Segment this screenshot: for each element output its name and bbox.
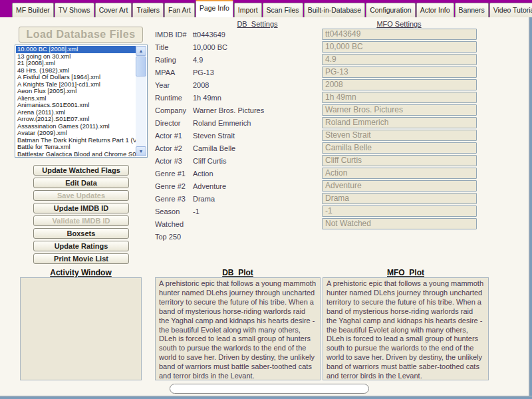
field-label: Rating — [155, 54, 193, 66]
settings-row: Actor #1Steven Strait — [155, 130, 321, 142]
tab-cover-art[interactable]: Cover Art — [95, 3, 132, 17]
list-item[interactable]: Aliens.xml — [16, 95, 136, 102]
mfo-field-genre-3[interactable]: Drama — [322, 193, 477, 204]
list-item[interactable]: 21 [2008].xml — [16, 60, 136, 67]
field-label: Actor #1 — [155, 130, 193, 142]
tab-banners[interactable]: Banners — [455, 3, 489, 17]
field-label: Actor #3 — [155, 155, 193, 168]
db-value: 1h 49mn — [193, 94, 221, 102]
mfo-plot-text[interactable]: A prehistoric epic that follows a young … — [323, 277, 489, 380]
mfo-field-actor-2[interactable]: Camilla Belle — [322, 142, 477, 154]
mfo-field-imdb-id[interactable]: tt0443649 — [322, 29, 477, 40]
mfo-field-season[interactable]: -1 — [322, 205, 477, 217]
list-item[interactable]: Aeon Flux [2005].xml — [16, 88, 136, 95]
field-label: Title — [155, 41, 193, 54]
list-item[interactable]: 48 Hrs. (1982).xml — [16, 67, 136, 74]
settings-row: Year2008 — [155, 79, 321, 92]
tab-trailers[interactable]: Trailers — [132, 3, 164, 17]
settings-row: Top 250 — [155, 231, 321, 243]
field-label: Year — [155, 79, 193, 92]
mfo-field-rating[interactable]: 4.9 — [322, 54, 477, 65]
list-item[interactable]: 13 going on 30.xml — [16, 53, 136, 61]
print-movie-list-button[interactable]: Print Movie List — [33, 253, 129, 264]
settings-row: Rating4.9 — [155, 54, 321, 66]
database-file-list[interactable]: 10.000 BC [2008].xml 13 going on 30.xml … — [15, 45, 148, 158]
mfo-field-mpaa[interactable]: PG-13 — [322, 66, 477, 78]
load-database-files-button[interactable]: Load Database Files — [19, 27, 143, 43]
list-item[interactable]: Battlestar Galactica Blood and Chrome S0… — [16, 151, 136, 157]
db-value: tt0443649 — [193, 31, 225, 39]
tab-import[interactable]: Import — [234, 3, 262, 17]
tab-fan-art[interactable]: Fan Art — [164, 3, 195, 17]
tab-configuration[interactable]: Configuration — [366, 3, 415, 17]
update-watched-flags-button[interactable]: Update Watched Flags — [33, 165, 129, 176]
tab-actor-info[interactable]: Actor Info — [416, 3, 454, 17]
settings-row: CompanyWarner Bros. Pictures — [155, 104, 321, 117]
mfo-field-company[interactable]: Warner Bros. Pictures — [322, 104, 477, 116]
list-item[interactable]: Arrow.(2012).S01E07.xml — [16, 116, 136, 123]
tab-tv-shows[interactable]: TV Shows — [55, 3, 94, 17]
db-plot-header: DB Plot — [155, 268, 321, 277]
file-list-items: 10.000 BC [2008].xml 13 going on 30.xml … — [16, 46, 136, 156]
mfo-field-genre-2[interactable]: Adventure — [322, 180, 477, 192]
tab-bar: MF Builder TV Shows Cover Art Trailers F… — [0, 0, 532, 17]
activity-window-header: Activity Window — [20, 268, 142, 277]
scrollbar-thumb[interactable] — [136, 57, 146, 76]
db-value: 2008 — [193, 81, 209, 89]
field-label: Director — [155, 117, 193, 130]
action-button-column: Update Watched Flags Edit Data Save Upda… — [33, 165, 129, 264]
field-label: Top 250 — [155, 231, 193, 243]
tab-page-info[interactable]: Page Info — [196, 0, 233, 17]
tab-video-tutorials[interactable]: Video Tutorials — [489, 3, 532, 17]
scroll-up-icon[interactable]: ▲ — [136, 46, 146, 56]
mfo-field-year[interactable]: 2008 — [322, 79, 477, 90]
save-updates-button: Save Updates — [33, 190, 129, 201]
field-label: Company — [155, 104, 193, 117]
mfo-field-actor-1[interactable]: Steven Strait — [322, 130, 477, 141]
settings-row: DirectorRoland Emmerich — [155, 117, 321, 130]
window-right-border — [529, 17, 532, 399]
settings-row: Genre #2Adventure — [155, 180, 321, 193]
db-value: Action — [193, 170, 213, 178]
settings-row: Runtime1h 49mn — [155, 92, 321, 104]
list-item[interactable]: Arena (2011).xml — [16, 109, 136, 116]
field-label: Genre #1 — [155, 168, 193, 180]
mfo-field-genre-1[interactable]: Action — [322, 168, 477, 179]
list-item[interactable]: Animaniacs.S01E001.xml — [16, 102, 136, 109]
scroll-down-icon[interactable]: ▼ — [136, 146, 146, 156]
activity-window — [20, 277, 142, 380]
list-item[interactable]: Assassination Games (2011).xml — [16, 123, 136, 130]
list-item[interactable]: 10.000 BC [2008].xml — [16, 46, 136, 53]
mfo-field-watched[interactable]: Not Watched — [322, 218, 477, 229]
mfo-field-runtime[interactable]: 1h 49mn — [322, 92, 477, 103]
list-item[interactable]: Batman The Dark Knight Returns Part 1 (V… — [16, 137, 136, 144]
tab-scan-files[interactable]: Scan Files — [263, 3, 303, 17]
field-label: Genre #3 — [155, 193, 193, 205]
list-item[interactable]: Avatar (2009).xml — [16, 130, 136, 137]
mfo-field-director[interactable]: Roland Emmerich — [322, 117, 477, 128]
update-imdb-id-button[interactable]: Update IMDB ID — [33, 203, 129, 213]
db-value: Camilla Belle — [193, 144, 235, 152]
db-settings-rows: IMDB ID#tt0443649 Title10,000 BC Rating4… — [155, 29, 321, 243]
list-scrollbar[interactable]: ▲ ▼ — [136, 46, 146, 156]
db-plot-text[interactable]: A prehistoric epic that follows a young … — [155, 277, 321, 380]
tab-built-in-database[interactable]: Built-in-Database — [304, 3, 366, 17]
mfo-settings-header: MFO Settings — [346, 20, 452, 28]
db-value: 4.9 — [193, 56, 203, 64]
update-ratings-button[interactable]: Update Ratings — [33, 241, 129, 251]
settings-row: Genre #3Drama — [155, 193, 321, 205]
settings-row: Season-1 — [155, 205, 321, 218]
list-item[interactable]: A Fistful Of Dollars [1964].xml — [16, 74, 136, 81]
boxsets-button[interactable]: Boxsets — [33, 228, 129, 239]
settings-row: IMDB ID#tt0443649 — [155, 29, 321, 41]
mfo-fields-column: tt0443649 10,000 BC 4.9 PG-13 2008 1h 49… — [322, 29, 477, 231]
mfo-field-actor-3[interactable]: Cliff Curtis — [322, 155, 477, 166]
tab-mf-builder[interactable]: MF Builder — [12, 3, 54, 17]
list-item[interactable]: Battle for Terra.xml — [16, 144, 136, 151]
mfo-field-title[interactable]: 10,000 BC — [322, 41, 477, 53]
mfo-plot-header: MFO Plot — [323, 268, 489, 277]
field-label: Season — [155, 205, 193, 218]
list-item[interactable]: A Knights Tale [2001]-cd1.xml — [16, 81, 136, 88]
edit-data-button[interactable]: Edit Data — [33, 178, 129, 188]
db-value: Drama — [193, 195, 215, 203]
